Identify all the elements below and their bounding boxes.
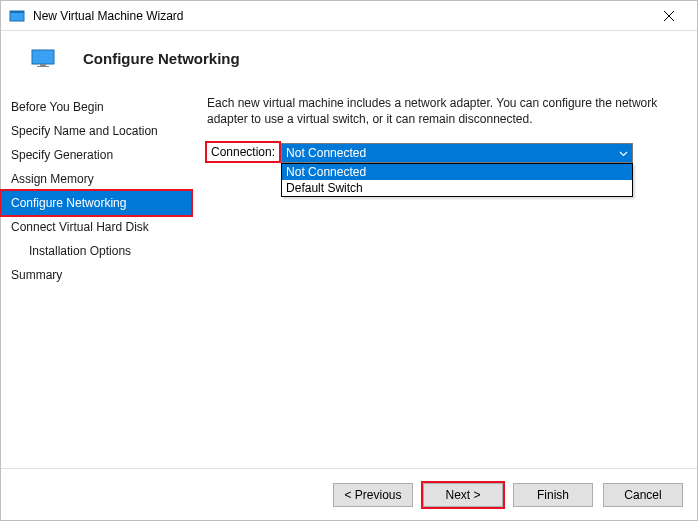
cancel-button[interactable]: Cancel bbox=[603, 483, 683, 507]
wizard-steps-sidebar: Before You Begin Specify Name and Locati… bbox=[1, 81, 191, 468]
svg-rect-4 bbox=[32, 50, 54, 64]
button-label: Cancel bbox=[624, 488, 661, 502]
close-button[interactable] bbox=[649, 2, 689, 30]
description-text: Each new virtual machine includes a netw… bbox=[207, 95, 679, 127]
chevron-down-icon bbox=[619, 147, 628, 161]
step-specify-generation[interactable]: Specify Generation bbox=[1, 143, 191, 167]
connection-dropdown-list: Not Connected Default Switch bbox=[281, 163, 633, 197]
step-configure-networking[interactable]: Configure Networking bbox=[1, 191, 191, 215]
svg-rect-6 bbox=[37, 66, 49, 67]
connection-dropdown[interactable]: Not Connected bbox=[281, 143, 633, 163]
button-label: < Previous bbox=[344, 488, 401, 502]
button-label: Next > bbox=[445, 488, 480, 502]
page-title: Configure Networking bbox=[83, 50, 240, 67]
option-label: Not Connected bbox=[286, 165, 366, 179]
svg-rect-5 bbox=[40, 64, 46, 66]
app-icon bbox=[9, 8, 25, 24]
wizard-content: Each new virtual machine includes a netw… bbox=[191, 81, 697, 468]
connection-row: Connection: Not Connected Not Connected … bbox=[207, 143, 679, 163]
step-label: Installation Options bbox=[29, 244, 131, 258]
step-installation-options[interactable]: Installation Options bbox=[1, 239, 191, 263]
step-before-you-begin[interactable]: Before You Begin bbox=[1, 95, 191, 119]
step-label: Before You Begin bbox=[11, 100, 104, 114]
option-label: Default Switch bbox=[286, 181, 363, 195]
titlebar: New Virtual Machine Wizard bbox=[1, 1, 697, 31]
close-icon bbox=[664, 11, 674, 21]
step-label: Specify Name and Location bbox=[11, 124, 158, 138]
step-label: Assign Memory bbox=[11, 172, 94, 186]
previous-button[interactable]: < Previous bbox=[333, 483, 413, 507]
wizard-header: Configure Networking bbox=[1, 31, 697, 81]
finish-button[interactable]: Finish bbox=[513, 483, 593, 507]
step-summary[interactable]: Summary bbox=[1, 263, 191, 287]
button-label: Finish bbox=[537, 488, 569, 502]
next-button[interactable]: Next > bbox=[423, 483, 503, 507]
wizard-window: New Virtual Machine Wizard Configure Net… bbox=[0, 0, 698, 521]
step-specify-name[interactable]: Specify Name and Location bbox=[1, 119, 191, 143]
step-label: Summary bbox=[11, 268, 62, 282]
step-label: Configure Networking bbox=[11, 196, 126, 210]
wizard-footer: < Previous Next > Finish Cancel bbox=[1, 468, 697, 520]
window-title: New Virtual Machine Wizard bbox=[33, 9, 649, 23]
step-connect-vhd[interactable]: Connect Virtual Hard Disk bbox=[1, 215, 191, 239]
connection-label: Connection: bbox=[207, 143, 279, 161]
step-assign-memory[interactable]: Assign Memory bbox=[1, 167, 191, 191]
step-label: Connect Virtual Hard Disk bbox=[11, 220, 149, 234]
connection-selected-value: Not Connected bbox=[286, 146, 366, 160]
connection-option-not-connected[interactable]: Not Connected bbox=[282, 164, 632, 180]
monitor-icon bbox=[31, 49, 55, 67]
connection-dropdown-wrap: Not Connected Not Connected Default Swit… bbox=[281, 143, 633, 163]
step-label: Specify Generation bbox=[11, 148, 113, 162]
svg-rect-1 bbox=[10, 11, 24, 13]
connection-option-default-switch[interactable]: Default Switch bbox=[282, 180, 632, 196]
wizard-body: Before You Begin Specify Name and Locati… bbox=[1, 81, 697, 468]
